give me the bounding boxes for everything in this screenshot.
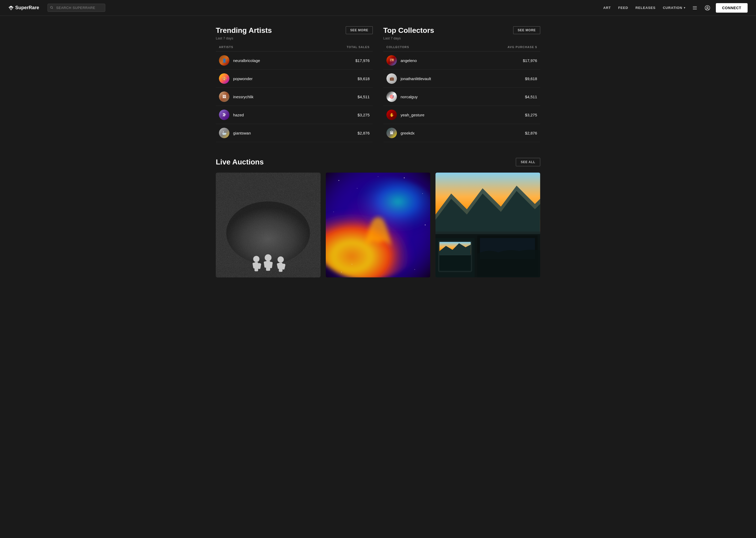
- avatar: ✋: [386, 110, 397, 120]
- nav-feed[interactable]: FEED: [618, 6, 628, 10]
- table-row[interactable]: 🏛 greekdx $2,876: [383, 124, 540, 142]
- navbar: SuperRare ART FEED RELEASES CURATION ▾: [0, 0, 756, 16]
- top-collectors-title: Top Collectors: [383, 26, 434, 35]
- logo-icon: [8, 5, 14, 11]
- col-total-sales-label: TOTAL SALES: [347, 45, 370, 49]
- avatar: 🎨: [219, 73, 229, 84]
- connect-button[interactable]: CONNECT: [716, 3, 748, 13]
- auction-card[interactable]: [436, 173, 540, 277]
- svg-point-29: [404, 177, 404, 178]
- trending-artists-see-more-button[interactable]: SEE MORE: [346, 26, 373, 34]
- svg-point-30: [422, 193, 423, 194]
- artist-sales-value: $2,876: [357, 131, 370, 135]
- auctions-grid: [216, 173, 540, 277]
- collector-purchase-value: $2,876: [525, 131, 537, 135]
- artist-sales-value: $4,511: [357, 94, 370, 99]
- svg-rect-40: [436, 232, 540, 234]
- table-row[interactable]: 🌫 hazed $3,275: [216, 106, 373, 124]
- top-collectors-section: Top Collectors SEE MORE Last 7 days COLL…: [383, 26, 540, 142]
- avatar: 💼: [386, 73, 397, 84]
- avatar: 🦢: [219, 128, 229, 138]
- artist-name: neuralbricolage: [233, 58, 260, 63]
- artist-sales-value: $17,976: [355, 58, 370, 63]
- collector-purchase-value: $3,275: [525, 113, 537, 117]
- trending-artists-header: Trending Artists SEE MORE: [216, 26, 373, 35]
- trending-artists-table-header: ARTISTS TOTAL SALES: [216, 45, 373, 51]
- live-auctions-header: Live Auctions SEE ALL: [216, 158, 540, 166]
- auction-artwork-image: [326, 173, 431, 277]
- svg-point-28: [357, 188, 357, 188]
- avatar: 🌇: [386, 55, 397, 66]
- nav-releases[interactable]: RELEASES: [636, 6, 655, 10]
- col-artists-label: ARTISTS: [219, 45, 233, 49]
- avatar: 🌫: [219, 110, 229, 120]
- avatar: 👤: [219, 55, 229, 66]
- col-collectors-label: COLLECTORS: [386, 45, 409, 49]
- main-content: Trending Artists SEE MORE Last 7 days AR…: [208, 16, 548, 277]
- table-row[interactable]: 🦢 giantswan $2,876: [216, 124, 373, 142]
- trending-artists-subtitle: Last 7 days: [216, 36, 373, 40]
- svg-point-31: [333, 212, 334, 212]
- table-row[interactable]: 🌇 angeleno $17,976: [383, 51, 540, 70]
- table-row[interactable]: ✋ yeah_gesture $3,275: [383, 106, 540, 124]
- avatar: 🎯: [386, 91, 397, 102]
- svg-point-33: [352, 264, 352, 265]
- nav-curation[interactable]: CURATION ▾: [663, 6, 685, 10]
- collector-purchase-value: $9,618: [525, 77, 537, 81]
- svg-point-6: [707, 7, 708, 8]
- artist-name: inessrychlik: [233, 94, 254, 99]
- artist-sales-value: $3,275: [357, 113, 370, 117]
- svg-point-36: [341, 272, 342, 272]
- svg-line-1: [52, 8, 53, 9]
- trending-artists-title: Trending Artists: [216, 26, 272, 35]
- svg-rect-22: [216, 173, 320, 277]
- collector-purchase-value: $17,976: [523, 58, 537, 63]
- collector-name: yeah_gesture: [401, 113, 424, 117]
- auction-card[interactable]: [216, 173, 320, 277]
- table-row[interactable]: 🎨 popwonder $9,618: [216, 70, 373, 88]
- brand-name: SuperRare: [15, 5, 39, 11]
- nav-links: ART FEED RELEASES CURATION ▾: [603, 6, 685, 10]
- collector-name: norcalguy: [401, 94, 418, 99]
- auction-artwork-image: [436, 173, 540, 277]
- live-auctions-title: Live Auctions: [216, 158, 264, 166]
- table-row[interactable]: 🖼 inessrychlik $4,511: [216, 88, 373, 106]
- artist-name: hazed: [233, 113, 244, 117]
- avatar: 🖼: [219, 91, 229, 102]
- avatar: 🏛: [386, 128, 397, 138]
- trending-artists-section: Trending Artists SEE MORE Last 7 days AR…: [216, 26, 373, 142]
- collector-purchase-value: $4,511: [525, 94, 537, 99]
- navbar-icons: [691, 4, 712, 12]
- chevron-down-icon: ▾: [684, 6, 685, 9]
- brand-logo[interactable]: SuperRare: [8, 5, 39, 11]
- menu-icon[interactable]: [691, 4, 699, 12]
- svg-point-32: [425, 225, 426, 225]
- svg-point-27: [338, 180, 339, 181]
- svg-rect-47: [440, 255, 471, 271]
- auction-artwork-image: [216, 173, 320, 277]
- top-collectors-header: Top Collectors SEE MORE: [383, 26, 540, 35]
- search-container: [48, 4, 105, 12]
- artist-name: giantswan: [233, 131, 251, 135]
- col-avg-purchase-label: AVG PURCHASE $: [508, 45, 537, 49]
- collector-name: greekdx: [401, 131, 414, 135]
- svg-point-34: [414, 269, 415, 270]
- top-collectors-table-header: COLLECTORS AVG PURCHASE $: [383, 45, 540, 51]
- user-icon[interactable]: [703, 4, 712, 12]
- search-icon: [50, 6, 53, 10]
- table-row[interactable]: 🎯 norcalguy $4,511: [383, 88, 540, 106]
- nav-art[interactable]: ART: [603, 6, 611, 10]
- collector-name: angeleno: [401, 58, 417, 63]
- artist-name: popwonder: [233, 77, 253, 81]
- artist-sales-value: $9,618: [357, 77, 370, 81]
- table-row[interactable]: 💼 jonathanlittlevault $9,618: [383, 70, 540, 88]
- auction-card[interactable]: [326, 173, 431, 277]
- live-auctions-section: Live Auctions SEE ALL: [216, 158, 540, 277]
- top-collectors-subtitle: Last 7 days: [383, 36, 540, 40]
- top-collectors-see-more-button[interactable]: SEE MORE: [513, 26, 540, 34]
- search-input[interactable]: [48, 4, 105, 12]
- live-auctions-see-all-button[interactable]: SEE ALL: [516, 158, 540, 166]
- table-row[interactable]: 👤 neuralbricolage $17,976: [216, 51, 373, 70]
- top-section: Trending Artists SEE MORE Last 7 days AR…: [216, 26, 540, 142]
- collector-name: jonathanlittlevault: [401, 77, 431, 81]
